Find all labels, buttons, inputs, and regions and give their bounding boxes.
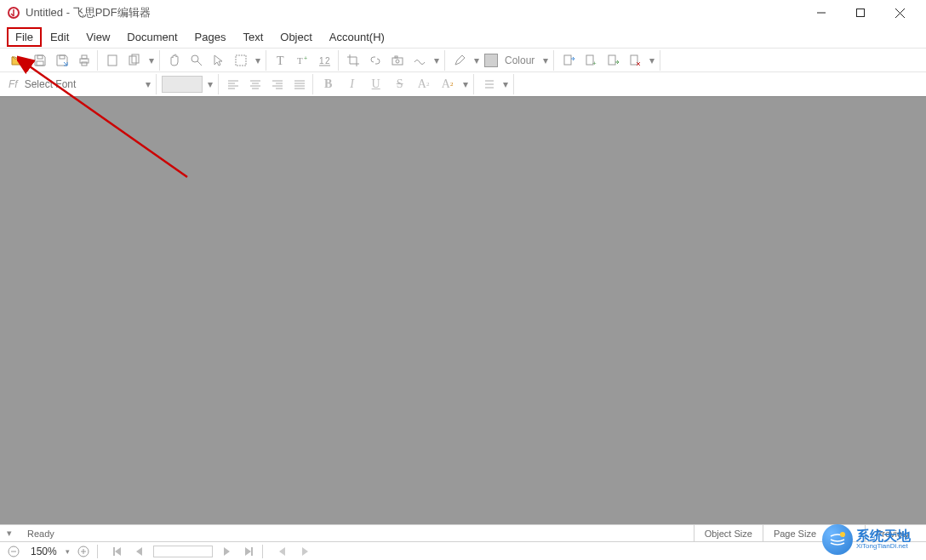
pen-dropdown[interactable]: ▾ [472,54,481,66]
watermark-logo: 系统天地 XiTongTianDi.net [822,521,924,558]
text-spacing-tool[interactable]: 12 [316,51,334,70]
svg-rect-5 [37,55,43,59]
text-format-dropdown[interactable]: ▾ [461,78,470,90]
svg-rect-11 [108,55,117,66]
font-label-prefix: Ff [9,78,18,90]
page-add-button[interactable]: + [581,51,600,70]
window-controls [802,0,919,26]
text-add-tool[interactable]: T+ [294,51,312,70]
page-delete-button[interactable] [626,51,644,70]
align-justify-button[interactable] [290,75,309,94]
font-size-dropdown[interactable]: ▾ [206,78,214,90]
next-page-button[interactable] [218,544,235,559]
menu-document[interactable]: Document [118,27,186,47]
svg-rect-9 [82,55,87,59]
print-button[interactable] [75,51,94,70]
page-import-button[interactable] [603,51,622,70]
hand-tool[interactable] [165,51,184,70]
text-tool[interactable]: T [272,51,290,70]
svg-point-24 [396,60,399,63]
line-spacing-button[interactable] [479,75,498,94]
minimize-button[interactable] [802,0,841,26]
workspace-area[interactable] [0,96,926,524]
menu-edit[interactable]: Edit [42,27,77,47]
link-tool[interactable] [366,51,385,70]
italic-button[interactable]: I [342,75,363,94]
align-left-button[interactable] [224,75,243,94]
colour-swatch[interactable] [484,54,498,67]
menu-view[interactable]: View [77,27,118,47]
page-ops-dropdown[interactable]: ▾ [648,54,656,66]
svg-rect-2 [857,9,865,17]
pages-dropdown[interactable]: ▾ [147,54,156,66]
svg-line-15 [197,61,202,66]
colour-dropdown[interactable]: ▾ [541,54,550,66]
svg-point-61 [840,532,845,537]
menu-pages[interactable]: Pages [186,27,235,47]
redact-tool[interactable] [410,51,429,70]
underline-button[interactable]: U [366,75,386,94]
crop-tool[interactable] [344,51,363,70]
subscript-button[interactable]: A2 [437,75,458,94]
menu-file[interactable]: File [7,27,42,47]
font-select-input[interactable] [21,76,140,93]
first-page-button[interactable] [109,544,126,559]
maximize-button[interactable] [841,0,880,26]
svg-text:1: 1 [319,56,324,66]
menu-object[interactable]: Object [272,27,321,47]
nav-forward-button[interactable] [296,544,313,559]
svg-text:2: 2 [325,56,330,66]
line-spacing-dropdown[interactable]: ▾ [501,78,510,90]
svg-point-14 [191,55,198,62]
page-number-input[interactable] [153,546,213,557]
align-right-button[interactable] [268,75,287,94]
svg-text:T: T [297,55,303,66]
svg-rect-30 [631,55,637,65]
pen-tool[interactable] [450,51,469,70]
app-icon [7,6,20,20]
bold-button[interactable]: B [318,75,339,94]
select-rect-tool[interactable] [232,51,250,70]
superscript-button[interactable]: A2 [414,75,434,94]
close-button[interactable] [880,0,919,26]
svg-rect-26 [564,55,571,65]
save-as-button[interactable] [53,51,71,70]
export-button[interactable] [559,51,578,70]
zoom-in-button[interactable] [75,544,92,559]
strikethrough-button[interactable]: S [390,75,410,94]
zoom-out-button[interactable] [5,544,22,559]
svg-text:T: T [277,54,284,67]
page-button[interactable] [103,51,122,70]
redact-dropdown[interactable]: ▾ [432,54,441,66]
svg-rect-23 [392,58,403,65]
font-size-select[interactable] [162,76,203,93]
zoom-tool[interactable] [187,51,206,70]
status-collapse-icon[interactable]: ▾ [7,528,12,539]
menu-text[interactable]: Text [234,27,272,47]
select-dropdown[interactable]: ▾ [254,54,262,66]
align-center-button[interactable] [246,75,265,94]
svg-rect-25 [395,56,397,58]
svg-rect-6 [37,61,43,66]
watermark-en: XiTongTianDi.net [856,543,911,550]
nav-back-button[interactable] [274,544,291,559]
navbar: 150% ▾ [0,541,926,560]
zoom-drop-icon[interactable]: ▾ [66,547,70,556]
zoom-level[interactable]: 150% [27,546,60,557]
prev-page-button[interactable] [131,544,148,559]
titlebar: Untitled - 飞思PDF编辑器 [0,0,926,26]
camera-tool[interactable] [388,51,407,70]
menubar: File Edit View Document Pages Text Objec… [0,26,926,48]
font-dropdown[interactable]: ▾ [144,78,152,90]
pages-button[interactable] [125,51,144,70]
last-page-button[interactable] [240,544,257,559]
menu-account[interactable]: Account(H) [321,27,393,47]
status-object-size: Object Size [694,525,763,541]
save-button[interactable] [31,51,49,70]
select-tool[interactable] [209,51,228,70]
window-title: Untitled - 飞思PDF编辑器 [26,5,802,20]
open-button[interactable] [9,51,27,70]
svg-rect-29 [609,55,615,65]
svg-rect-16 [236,55,246,66]
svg-text:+: + [304,55,307,61]
